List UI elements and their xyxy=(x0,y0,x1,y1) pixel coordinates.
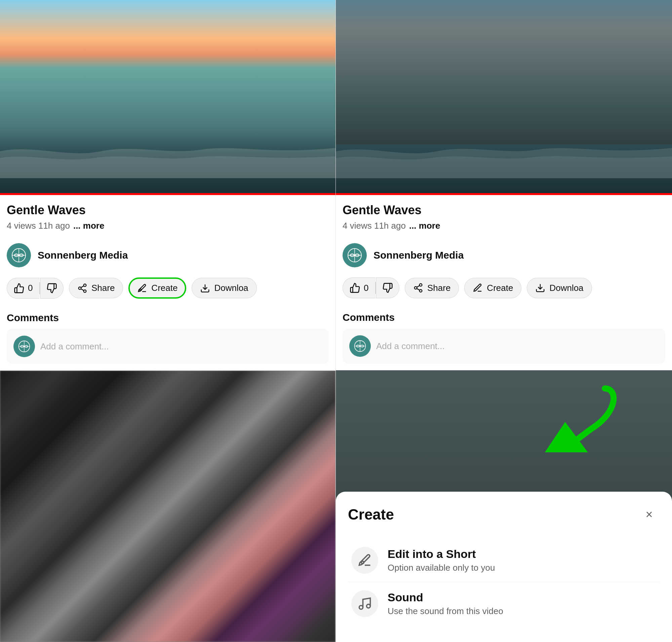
edit-short-subtitle: Option available only to you xyxy=(388,563,495,573)
edit-short-text: Edit into a Short Option available only … xyxy=(388,548,495,573)
edit-short-title: Edit into a Short xyxy=(388,548,495,561)
sound-subtitle: Use the sound from this video xyxy=(388,606,503,616)
dislike-button-right[interactable] xyxy=(376,278,399,298)
video-meta-right: 4 views 11h ago ... more xyxy=(343,221,665,231)
edit-short-icon xyxy=(351,547,378,574)
svg-point-19 xyxy=(419,284,422,286)
progress-bar xyxy=(0,193,336,195)
channel-name-left: Sonnenberg Media xyxy=(38,249,128,261)
like-dislike-right[interactable]: 0 xyxy=(343,278,399,298)
svg-line-7 xyxy=(81,288,84,290)
svg-point-9 xyxy=(140,289,142,291)
comments-title-right: Comments xyxy=(343,312,665,323)
left-panel: Gentle Waves 4 views 11h ago ... more So… xyxy=(0,0,336,642)
user-avatar-left xyxy=(13,336,35,357)
sound-text: Sound Use the sound from this video xyxy=(388,591,503,616)
svg-point-20 xyxy=(414,286,417,289)
edit-into-short-item[interactable]: Edit into a Short Option available only … xyxy=(348,539,660,582)
svg-point-4 xyxy=(84,284,87,286)
channel-row-right: Sonnenberg Media xyxy=(336,236,672,274)
share-button-left[interactable]: Share xyxy=(69,278,123,298)
svg-point-5 xyxy=(79,287,81,290)
sound-item[interactable]: Sound Use the sound from this video xyxy=(348,582,660,625)
svg-point-32 xyxy=(367,604,371,608)
svg-line-22 xyxy=(417,288,420,290)
download-button-left[interactable]: Downloa xyxy=(192,278,257,298)
video-meta-left: 4 views 11h ago ... more xyxy=(7,221,329,231)
more-button-left[interactable]: ... more xyxy=(73,221,104,231)
share-button-right[interactable]: Share xyxy=(405,278,459,298)
channel-avatar-right[interactable] xyxy=(343,243,367,267)
channel-avatar-left[interactable] xyxy=(7,243,31,267)
svg-line-23 xyxy=(417,285,420,287)
comments-title-left: Comments xyxy=(7,312,329,323)
sheet-title: Create xyxy=(348,506,394,523)
svg-point-21 xyxy=(419,290,422,292)
close-sheet-button[interactable]: × xyxy=(638,504,660,525)
channel-row-left: Sonnenberg Media xyxy=(0,236,336,274)
comment-placeholder-right: Add a comment... xyxy=(376,341,445,351)
like-dislike-left[interactable]: 0 xyxy=(7,278,64,299)
dimmed-overlay xyxy=(336,0,672,145)
svg-point-6 xyxy=(84,290,87,293)
comments-section-right: Comments Add a comment... xyxy=(336,305,672,370)
sound-title: Sound xyxy=(388,591,503,604)
user-avatar-right xyxy=(349,335,371,357)
comments-section-left: Comments Add a comment... xyxy=(0,305,336,371)
svg-line-8 xyxy=(81,286,84,287)
create-bottom-sheet: Create × Edit into a Short Option availa… xyxy=(336,492,672,642)
comment-input-row-right[interactable]: Add a comment... xyxy=(343,329,665,363)
svg-point-31 xyxy=(359,606,363,609)
progress-bar-right xyxy=(336,193,672,195)
comment-input-row-left[interactable]: Add a comment... xyxy=(7,329,329,364)
create-button-right[interactable]: Create xyxy=(464,278,521,298)
more-button-right[interactable]: ... more xyxy=(409,221,440,231)
download-button-right[interactable]: Downloa xyxy=(527,278,592,298)
blurred-content-left xyxy=(0,371,336,642)
like-button-left[interactable]: 0 xyxy=(7,278,39,299)
video-title-left: Gentle Waves xyxy=(7,203,329,217)
action-row-left: 0 Share xyxy=(0,274,336,305)
like-button-right[interactable]: 0 xyxy=(343,278,375,298)
video-info-right: Gentle Waves 4 views 11h ago ... more xyxy=(336,195,672,236)
sound-icon xyxy=(351,590,378,617)
dislike-button-left[interactable] xyxy=(40,278,64,299)
sheet-header: Create × xyxy=(348,504,660,525)
channel-name-right: Sonnenberg Media xyxy=(374,249,464,261)
video-info-left: Gentle Waves 4 views 11h ago ... more xyxy=(0,195,336,236)
right-panel: Gentle Waves 4 views 11h ago ... more So… xyxy=(336,0,672,642)
green-arrow xyxy=(544,385,618,454)
video-thumbnail-left xyxy=(0,0,336,195)
svg-point-30 xyxy=(361,561,364,564)
action-row-right: 0 Share xyxy=(336,274,672,305)
create-button-left-highlighted[interactable]: Create xyxy=(128,278,186,299)
comment-placeholder-left: Add a comment... xyxy=(40,341,109,352)
video-title-right: Gentle Waves xyxy=(343,203,665,217)
